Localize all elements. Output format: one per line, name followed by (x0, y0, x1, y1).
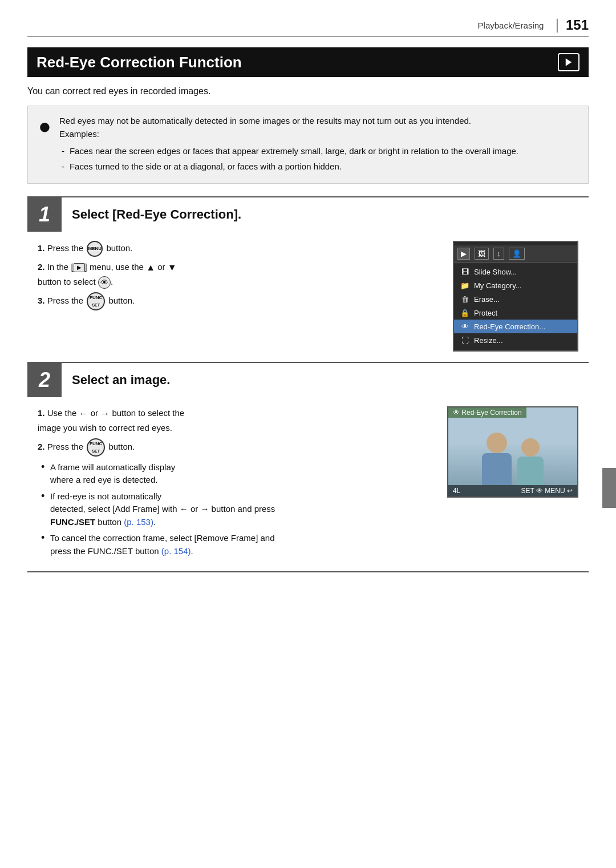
playback-mode-icon: ▶ (74, 263, 85, 272)
page-title: Red-Eye Correction Function (37, 54, 558, 71)
redeye-menu-icon: 👁 (460, 321, 470, 332)
link-p153[interactable]: (p. 153) (124, 517, 153, 527)
bullet-2: If red-eye is not automaticallydetected,… (38, 490, 431, 529)
step-1-header: 1 Select [Red-Eye Correction]. (27, 197, 589, 232)
protect-icon: 🔒 (460, 308, 470, 318)
step-1-instructions: 1. Press the MENU button. 2. In the [▶] … (38, 241, 437, 352)
warning-box: ● Red eyes may not be automatically dete… (27, 106, 589, 184)
play-icon (564, 57, 574, 67)
step-1-inst-3: 3. Press the FUNCSET button. (38, 292, 437, 310)
person-2-head (521, 438, 540, 457)
bullet-1: A frame will automatically displaywhere … (38, 461, 431, 487)
menu-tab-playback: ▶ (457, 248, 470, 260)
camera-panel: 👁 Red-Eye Correction 4L SET 👁 (447, 406, 578, 498)
mycategory-icon: 📁 (460, 280, 470, 290)
step-1-menu-screenshot: ▶ 🖼 ↕ 👤 🎞 Slide Show... 📁 My Category... (453, 241, 578, 352)
warning-content: Red eyes may not be automatically detect… (59, 114, 518, 175)
person-1 (482, 433, 512, 485)
menu-item-slideshow: 🎞 Slide Show... (454, 265, 577, 278)
step-2-header: 2 Select an image. (27, 363, 589, 397)
step-2-inst-2: 2. Press the FUNCSET button. (38, 438, 431, 457)
menu-item-redeye-label: Red-Eye Correction... (474, 322, 545, 331)
step-1-inst-2: 2. In the [▶] menu, use the ▲ or ▼ butto… (38, 260, 437, 289)
menu-item-redeye: 👁 Red-Eye Correction... (454, 320, 577, 333)
subtitle-text: You can correct red eyes in recorded ima… (27, 86, 589, 96)
page-number: 151 (566, 17, 589, 33)
step-1-inst-1: 1. Press the MENU button. (38, 241, 437, 257)
step-2-section: 2 Select an image. 1. Use the ← or → but… (27, 363, 589, 572)
person-1-body (482, 453, 512, 485)
menu-item-resize: ⛶ Resize... (454, 333, 577, 347)
menu-item-erase-label: Erase... (474, 295, 500, 304)
slideshow-icon: 🎞 (460, 267, 470, 277)
menu-item-resize-label: Resize... (474, 336, 503, 345)
func-set-button-1[interactable]: FUNCSET (87, 292, 105, 310)
func-set-button-2[interactable]: FUNCSET (87, 438, 105, 457)
step-2-inst-1: 1. Use the ← or → button to select the i… (38, 406, 431, 435)
step-1-number: 1 (27, 197, 62, 232)
step-2-content: 1. Use the ← or → button to select the i… (27, 397, 589, 571)
resize-icon: ⛶ (460, 335, 470, 345)
step-2-title: Select an image. (62, 365, 180, 395)
camera-label: 👁 Red-Eye Correction (448, 407, 526, 418)
person-2 (517, 438, 544, 485)
header-bar: Playback/Erasing │ 151 (27, 17, 589, 37)
step-1-content: 1. Press the MENU button. 2. In the [▶] … (27, 232, 589, 362)
menu-tab-print: 🖼 (475, 248, 489, 260)
bullet-3: To cancel the correction frame, select [… (38, 532, 431, 558)
menu-item-mycategory-label: My Category... (474, 281, 522, 290)
warning-examples-label: Examples: (59, 129, 99, 139)
erase-icon: 🗑 (460, 294, 470, 304)
header-section: Playback/Erasing (478, 21, 544, 30)
svg-marker-0 (566, 58, 572, 66)
step-1-title: Select [Red-Eye Correction]. (62, 199, 252, 230)
person-1-head (487, 433, 507, 453)
menu-item-protect-label: Protect (474, 309, 497, 317)
menu-item-slideshow-label: Slide Show... (474, 268, 517, 276)
step-2-number: 2 (27, 363, 62, 397)
red-eye-select-icon: 👁 (98, 276, 111, 289)
camera-controls: SET 👁 MENU ↩ (521, 487, 573, 495)
section-tab (602, 468, 616, 508)
warning-item-1: Faces near the screen edges or faces tha… (59, 144, 518, 158)
step-2-camera-screenshot: 👁 Red-Eye Correction 4L SET 👁 (447, 406, 578, 561)
menu-item-erase: 🗑 Erase... (454, 292, 577, 306)
warning-main-text: Red eyes may not be automatically detect… (59, 116, 471, 126)
people-area (448, 407, 577, 496)
warning-icon: ● (38, 115, 51, 137)
title-section: Red-Eye Correction Function (27, 47, 589, 77)
page: Playback/Erasing │ 151 Red-Eye Correctio… (0, 0, 616, 868)
person-2-body (517, 457, 544, 485)
step-1-section: 1 Select [Red-Eye Correction]. 1. Press … (27, 196, 589, 363)
step-2-instructions: 1. Use the ← or → button to select the i… (38, 406, 431, 561)
header-divider: │ (554, 19, 561, 32)
menu-item-mycategory: 📁 My Category... (454, 278, 577, 292)
playback-icon-box (558, 53, 579, 71)
menu-item-protect: 🔒 Protect (454, 306, 577, 320)
camera-bottom-bar: 4L SET 👁 MENU ↩ (448, 485, 577, 496)
menu-tab-bar: ▶ 🖼 ↕ 👤 (454, 245, 577, 263)
menu-panel: ▶ 🖼 ↕ 👤 🎞 Slide Show... 📁 My Category... (453, 241, 578, 352)
menu-button[interactable]: MENU (87, 241, 103, 257)
warning-item-2: Faces turned to the side or at a diagona… (59, 160, 518, 173)
camera-quality-indicator: 4L (453, 487, 460, 495)
warning-list: Faces near the screen edges or faces tha… (59, 144, 518, 173)
menu-tab-person: 👤 (509, 248, 525, 260)
step-2-bullets: A frame will automatically displaywhere … (38, 461, 431, 558)
menu-tab-updown: ↕ (493, 248, 504, 260)
link-p154[interactable]: (p. 154) (161, 546, 191, 556)
